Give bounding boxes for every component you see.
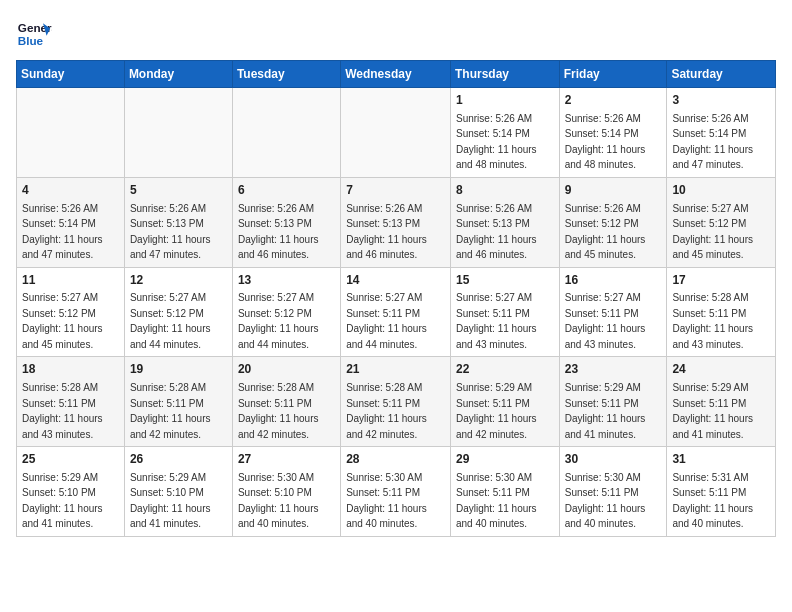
day-number: 19 [130, 361, 227, 378]
day-info: Sunrise: 5:26 AM Sunset: 5:14 PM Dayligh… [565, 113, 646, 171]
day-cell: 8Sunrise: 5:26 AM Sunset: 5:13 PM Daylig… [450, 177, 559, 267]
day-cell: 27Sunrise: 5:30 AM Sunset: 5:10 PM Dayli… [232, 447, 340, 537]
day-info: Sunrise: 5:29 AM Sunset: 5:11 PM Dayligh… [456, 382, 537, 440]
day-info: Sunrise: 5:27 AM Sunset: 5:11 PM Dayligh… [346, 292, 427, 350]
logo-icon: General Blue [16, 16, 52, 52]
column-headers: SundayMondayTuesdayWednesdayThursdayFrid… [17, 61, 776, 88]
day-number: 11 [22, 272, 119, 289]
day-info: Sunrise: 5:28 AM Sunset: 5:11 PM Dayligh… [238, 382, 319, 440]
day-info: Sunrise: 5:26 AM Sunset: 5:14 PM Dayligh… [22, 203, 103, 261]
logo: General Blue [16, 16, 52, 52]
day-info: Sunrise: 5:27 AM Sunset: 5:11 PM Dayligh… [456, 292, 537, 350]
day-number: 18 [22, 361, 119, 378]
day-cell: 13Sunrise: 5:27 AM Sunset: 5:12 PM Dayli… [232, 267, 340, 357]
day-number: 2 [565, 92, 662, 109]
day-info: Sunrise: 5:29 AM Sunset: 5:11 PM Dayligh… [672, 382, 753, 440]
day-number: 28 [346, 451, 445, 468]
day-number: 10 [672, 182, 770, 199]
day-info: Sunrise: 5:26 AM Sunset: 5:13 PM Dayligh… [130, 203, 211, 261]
day-cell: 7Sunrise: 5:26 AM Sunset: 5:13 PM Daylig… [341, 177, 451, 267]
day-info: Sunrise: 5:26 AM Sunset: 5:14 PM Dayligh… [672, 113, 753, 171]
day-cell: 1Sunrise: 5:26 AM Sunset: 5:14 PM Daylig… [450, 88, 559, 178]
day-info: Sunrise: 5:27 AM Sunset: 5:11 PM Dayligh… [565, 292, 646, 350]
day-number: 23 [565, 361, 662, 378]
day-number: 6 [238, 182, 335, 199]
svg-text:Blue: Blue [18, 34, 44, 47]
day-number: 17 [672, 272, 770, 289]
day-number: 15 [456, 272, 554, 289]
day-cell: 29Sunrise: 5:30 AM Sunset: 5:11 PM Dayli… [450, 447, 559, 537]
day-cell: 17Sunrise: 5:28 AM Sunset: 5:11 PM Dayli… [667, 267, 776, 357]
week-row-5: 25Sunrise: 5:29 AM Sunset: 5:10 PM Dayli… [17, 447, 776, 537]
day-cell: 15Sunrise: 5:27 AM Sunset: 5:11 PM Dayli… [450, 267, 559, 357]
day-number: 27 [238, 451, 335, 468]
day-info: Sunrise: 5:29 AM Sunset: 5:10 PM Dayligh… [22, 472, 103, 530]
day-info: Sunrise: 5:29 AM Sunset: 5:11 PM Dayligh… [565, 382, 646, 440]
day-number: 21 [346, 361, 445, 378]
day-number: 5 [130, 182, 227, 199]
day-number: 20 [238, 361, 335, 378]
day-number: 25 [22, 451, 119, 468]
day-number: 24 [672, 361, 770, 378]
col-header-wednesday: Wednesday [341, 61, 451, 88]
day-cell: 2Sunrise: 5:26 AM Sunset: 5:14 PM Daylig… [559, 88, 667, 178]
day-cell: 30Sunrise: 5:30 AM Sunset: 5:11 PM Dayli… [559, 447, 667, 537]
day-number: 31 [672, 451, 770, 468]
day-info: Sunrise: 5:30 AM Sunset: 5:10 PM Dayligh… [238, 472, 319, 530]
day-cell: 28Sunrise: 5:30 AM Sunset: 5:11 PM Dayli… [341, 447, 451, 537]
day-cell: 21Sunrise: 5:28 AM Sunset: 5:11 PM Dayli… [341, 357, 451, 447]
day-info: Sunrise: 5:27 AM Sunset: 5:12 PM Dayligh… [22, 292, 103, 350]
day-info: Sunrise: 5:29 AM Sunset: 5:10 PM Dayligh… [130, 472, 211, 530]
day-info: Sunrise: 5:27 AM Sunset: 5:12 PM Dayligh… [130, 292, 211, 350]
day-cell: 26Sunrise: 5:29 AM Sunset: 5:10 PM Dayli… [124, 447, 232, 537]
day-info: Sunrise: 5:26 AM Sunset: 5:12 PM Dayligh… [565, 203, 646, 261]
day-info: Sunrise: 5:26 AM Sunset: 5:14 PM Dayligh… [456, 113, 537, 171]
day-cell: 5Sunrise: 5:26 AM Sunset: 5:13 PM Daylig… [124, 177, 232, 267]
day-cell: 9Sunrise: 5:26 AM Sunset: 5:12 PM Daylig… [559, 177, 667, 267]
day-cell [341, 88, 451, 178]
day-cell: 3Sunrise: 5:26 AM Sunset: 5:14 PM Daylig… [667, 88, 776, 178]
day-cell: 19Sunrise: 5:28 AM Sunset: 5:11 PM Dayli… [124, 357, 232, 447]
week-row-4: 18Sunrise: 5:28 AM Sunset: 5:11 PM Dayli… [17, 357, 776, 447]
day-cell: 16Sunrise: 5:27 AM Sunset: 5:11 PM Dayli… [559, 267, 667, 357]
day-cell [232, 88, 340, 178]
col-header-tuesday: Tuesday [232, 61, 340, 88]
day-number: 22 [456, 361, 554, 378]
col-header-friday: Friday [559, 61, 667, 88]
day-info: Sunrise: 5:30 AM Sunset: 5:11 PM Dayligh… [456, 472, 537, 530]
day-number: 3 [672, 92, 770, 109]
day-number: 9 [565, 182, 662, 199]
day-info: Sunrise: 5:30 AM Sunset: 5:11 PM Dayligh… [565, 472, 646, 530]
col-header-monday: Monday [124, 61, 232, 88]
day-number: 8 [456, 182, 554, 199]
day-cell: 31Sunrise: 5:31 AM Sunset: 5:11 PM Dayli… [667, 447, 776, 537]
day-number: 29 [456, 451, 554, 468]
day-info: Sunrise: 5:26 AM Sunset: 5:13 PM Dayligh… [346, 203, 427, 261]
day-cell: 18Sunrise: 5:28 AM Sunset: 5:11 PM Dayli… [17, 357, 125, 447]
day-number: 16 [565, 272, 662, 289]
day-number: 26 [130, 451, 227, 468]
day-cell: 14Sunrise: 5:27 AM Sunset: 5:11 PM Dayli… [341, 267, 451, 357]
col-header-sunday: Sunday [17, 61, 125, 88]
day-number: 4 [22, 182, 119, 199]
week-row-3: 11Sunrise: 5:27 AM Sunset: 5:12 PM Dayli… [17, 267, 776, 357]
col-header-thursday: Thursday [450, 61, 559, 88]
week-row-2: 4Sunrise: 5:26 AM Sunset: 5:14 PM Daylig… [17, 177, 776, 267]
day-number: 1 [456, 92, 554, 109]
day-info: Sunrise: 5:28 AM Sunset: 5:11 PM Dayligh… [672, 292, 753, 350]
day-info: Sunrise: 5:28 AM Sunset: 5:11 PM Dayligh… [346, 382, 427, 440]
week-row-1: 1Sunrise: 5:26 AM Sunset: 5:14 PM Daylig… [17, 88, 776, 178]
page-header: General Blue [16, 16, 776, 52]
day-number: 12 [130, 272, 227, 289]
day-info: Sunrise: 5:27 AM Sunset: 5:12 PM Dayligh… [238, 292, 319, 350]
day-number: 7 [346, 182, 445, 199]
day-cell: 11Sunrise: 5:27 AM Sunset: 5:12 PM Dayli… [17, 267, 125, 357]
day-info: Sunrise: 5:26 AM Sunset: 5:13 PM Dayligh… [238, 203, 319, 261]
day-number: 14 [346, 272, 445, 289]
day-info: Sunrise: 5:30 AM Sunset: 5:11 PM Dayligh… [346, 472, 427, 530]
day-cell: 23Sunrise: 5:29 AM Sunset: 5:11 PM Dayli… [559, 357, 667, 447]
day-info: Sunrise: 5:26 AM Sunset: 5:13 PM Dayligh… [456, 203, 537, 261]
day-cell: 12Sunrise: 5:27 AM Sunset: 5:12 PM Dayli… [124, 267, 232, 357]
day-info: Sunrise: 5:28 AM Sunset: 5:11 PM Dayligh… [130, 382, 211, 440]
day-cell: 6Sunrise: 5:26 AM Sunset: 5:13 PM Daylig… [232, 177, 340, 267]
